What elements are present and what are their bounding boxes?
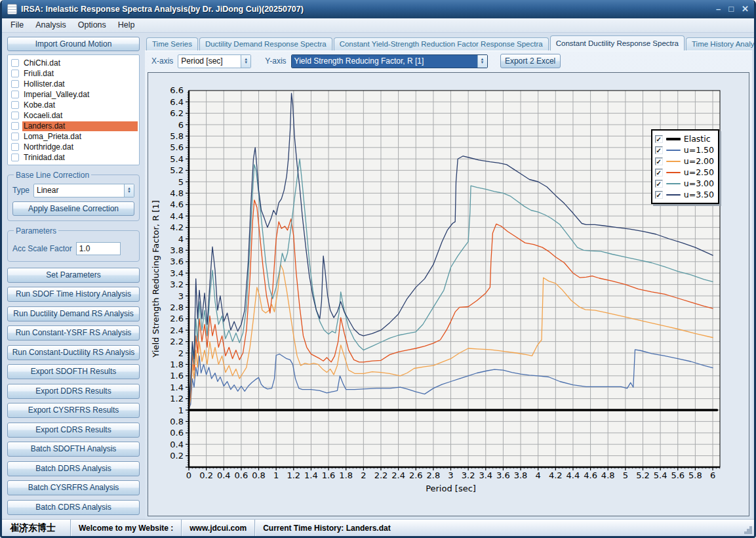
file-item-friuli-dat[interactable]: Friuli.dat [9, 68, 138, 79]
author-name: 崔济东博士 [2, 520, 71, 536]
svg-text:1.8: 1.8 [170, 360, 184, 369]
export-sdofth-results-button[interactable]: Export SDOFTH Results [7, 364, 140, 379]
legend-checkbox[interactable]: ✓ [655, 180, 663, 188]
run-sdof-time-history-analysis-button[interactable]: Run SDOF Time History Analysis [7, 287, 140, 302]
file-item-northridge-dat[interactable]: Northridge.dat [9, 142, 138, 152]
tab-time-series[interactable]: Time Series [146, 37, 198, 51]
svg-text:3: 3 [178, 291, 184, 301]
svg-text:3.4: 3.4 [170, 268, 184, 278]
menu-file[interactable]: File [5, 18, 30, 32]
svg-text:6.4: 6.4 [170, 97, 184, 107]
spinner-down-icon[interactable]: ▼ [244, 61, 248, 64]
set-parameters-button[interactable]: Set Parameters [7, 268, 140, 283]
file-checkbox[interactable] [11, 133, 19, 140]
import-ground-motion-button[interactable]: Import Ground Motion [7, 37, 140, 51]
combo-spinner[interactable]: ▲▼ [477, 55, 487, 68]
svg-text:3.8: 3.8 [170, 245, 184, 255]
baseline-type-combobox[interactable]: Linear ▲▼ [33, 184, 134, 197]
file-checkbox[interactable] [11, 143, 19, 151]
resize-grip[interactable] [749, 531, 752, 534]
ground-motion-file-list[interactable]: ChiChi.datFriuli.datHollister.datImperia… [7, 54, 140, 165]
spinner-down-icon[interactable]: ▼ [481, 61, 485, 64]
file-checkbox[interactable] [11, 154, 19, 161]
combo-spinner[interactable]: ▲▼ [124, 184, 134, 197]
file-item-hollister-dat[interactable]: Hollister.dat [9, 79, 138, 89]
file-name[interactable]: Kocaeli.dat [22, 111, 138, 121]
menu-analysis[interactable]: Analysis [30, 18, 72, 32]
file-item-trinidad-dat[interactable]: Trinidad.dat [9, 152, 138, 163]
tab-time-history-analysis[interactable]: Time History Analysis [686, 37, 756, 51]
run-constant-ductility-rs-analysis-button[interactable]: Run Constant-Ductility RS Analysis [7, 345, 140, 360]
svg-text:4.8: 4.8 [601, 470, 615, 480]
apply-baseline-correction-button[interactable]: Apply Baseline Correction [12, 201, 134, 216]
legend-checkbox[interactable]: ✓ [655, 135, 663, 143]
legend-label: u=3.50 [684, 190, 714, 199]
acc-scale-factor-input[interactable] [76, 242, 121, 255]
legend-checkbox[interactable]: ✓ [655, 146, 663, 154]
chart-toolbar: X-axis Period [sec] ▲▼ Y-axis Yield Stre… [145, 51, 752, 71]
file-item-chichi-dat[interactable]: ChiChi.dat [9, 58, 138, 68]
file-name[interactable]: ChiChi.dat [22, 58, 138, 68]
batch-cdrs-analysis-button[interactable]: Batch CDRS Analysis [7, 500, 140, 515]
export-2-excel-button[interactable]: Export 2 Excel [500, 54, 561, 68]
run-ductility-demand-rs-analysis-button[interactable]: Run Ductility Demand RS Analysis [7, 306, 140, 321]
file-item-kocaeli-dat[interactable]: Kocaeli.dat [9, 110, 138, 121]
combo-spinner[interactable]: ▲▼ [241, 55, 250, 68]
tab-constant-yield-strength-reduction-factor-response-spectra[interactable]: Constant Yield-Strength Reduction Factor… [334, 37, 549, 51]
legend-item-u-3-00: ✓u=3.00 [655, 178, 714, 189]
export-cysrfrs-results-button[interactable]: Export CYSRFRS Results [7, 403, 140, 418]
legend-line-sample-icon [666, 150, 681, 151]
close-button[interactable]: ✕ [742, 5, 749, 14]
file-name[interactable]: Landers.dat [22, 121, 138, 131]
legend-checkbox[interactable]: ✓ [655, 157, 663, 165]
file-item-loma-prieta-dat[interactable]: Loma_Prieta.dat [9, 131, 138, 142]
file-item-imperial-valley-dat[interactable]: Imperial_Valley.dat [9, 89, 138, 100]
export-ddrs-results-button[interactable]: Export DDRS Results [7, 384, 140, 399]
file-checkbox[interactable] [11, 70, 19, 77]
file-checkbox[interactable] [11, 91, 19, 98]
file-name[interactable]: Imperial_Valley.dat [22, 90, 138, 100]
spinner-down-icon[interactable]: ▼ [127, 190, 131, 194]
tab-constant-ductility-response-spectra[interactable]: Constant Ductility Response Spectra [550, 35, 685, 51]
y-axis-combobox[interactable]: Yield Strength Reducing Factor, R [1] ▲▼ [291, 54, 488, 68]
minimize-button[interactable]: – [716, 5, 721, 14]
batch-sdofth-analysis-button[interactable]: Batch SDOFTH Analysis [7, 442, 140, 457]
export-cdrs-results-button[interactable]: Export CDRS Results [7, 423, 140, 438]
svg-text:4.4: 4.4 [170, 211, 184, 221]
svg-text:4.2: 4.2 [170, 222, 184, 232]
legend-checkbox[interactable]: ✓ [655, 169, 663, 176]
menu-help[interactable]: Help [112, 18, 141, 32]
legend-label: u=3.00 [684, 178, 714, 188]
file-checkbox[interactable] [11, 122, 19, 130]
file-name[interactable]: Kobe.dat [22, 100, 138, 110]
batch-ddrs-analysis-button[interactable]: Batch DDRS Analysis [7, 461, 140, 476]
maximize-button[interactable]: □ [728, 5, 734, 14]
file-name[interactable]: Northridge.dat [22, 142, 138, 152]
svg-text:2.6: 2.6 [170, 314, 184, 323]
run-constant-ysrf-rs-analysis-button[interactable]: Run Constant-YSRF RS Analysis [7, 325, 140, 341]
legend-checkbox[interactable]: ✓ [655, 191, 663, 199]
svg-text:1: 1 [178, 405, 184, 415]
file-name[interactable]: Trinidad.dat [22, 153, 138, 163]
legend-line-sample-icon [666, 161, 681, 162]
file-checkbox[interactable] [11, 59, 19, 67]
file-name[interactable]: Loma_Prieta.dat [22, 132, 138, 142]
batch-cysrfrs-analysis-button[interactable]: Batch CYSRFRS Analysis [7, 480, 140, 495]
file-item-kobe-dat[interactable]: Kobe.dat [9, 100, 138, 110]
svg-text:4: 4 [178, 234, 184, 244]
file-checkbox[interactable] [11, 80, 19, 88]
x-axis-combobox[interactable]: Period [sec] ▲▼ [178, 54, 251, 68]
legend-label: u=2.00 [684, 156, 714, 166]
menu-options[interactable]: Options [72, 18, 112, 32]
file-checkbox[interactable] [11, 101, 19, 109]
file-name[interactable]: Friuli.dat [22, 69, 138, 79]
file-item-landers-dat[interactable]: Landers.dat [9, 121, 138, 131]
svg-text:4.2: 4.2 [549, 470, 563, 480]
svg-text:6.6: 6.6 [170, 85, 184, 95]
tab-ductility-demand-response-spectra[interactable]: Ductility Demand Response Spectra [199, 37, 332, 51]
file-name[interactable]: Hollister.dat [22, 79, 138, 89]
website-link[interactable]: www.jdcui.com [182, 520, 255, 536]
svg-text:2: 2 [361, 470, 366, 480]
svg-text:0.8: 0.8 [170, 417, 184, 426]
file-checkbox[interactable] [11, 112, 19, 119]
